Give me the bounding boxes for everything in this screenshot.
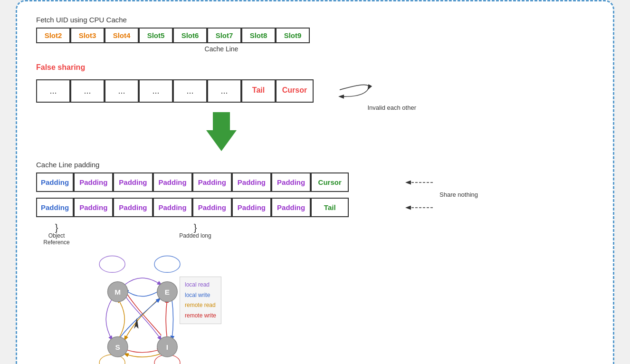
right-section: M E S I local read local write xyxy=(36,246,236,364)
dots6: ... xyxy=(207,79,241,103)
padding-7: Padding xyxy=(74,198,113,217)
fetch-title: Fetch UID using CPU Cache xyxy=(36,16,407,24)
svg-point-6 xyxy=(99,256,125,273)
padding-9: Padding xyxy=(153,198,192,217)
padding-12: Padding xyxy=(271,198,311,217)
share-nothing-arrow-1 xyxy=(404,175,442,190)
fetch-section: Fetch UID using CPU Cache Slot2 Slot3 Sl… xyxy=(36,16,407,53)
slot4: Slot4 xyxy=(105,28,139,43)
main-container: Fetch UID using CPU Cache Slot2 Slot3 Sl… xyxy=(16,0,614,364)
left-section: Fetch UID using CPU Cache Slot2 Slot3 Sl… xyxy=(36,16,407,246)
padding-11: Padding xyxy=(232,198,271,217)
cache-line-label: Cache Line xyxy=(36,45,407,53)
padded-long-label: Padded long xyxy=(179,232,211,239)
padding-blue-2: Padding xyxy=(36,198,74,217)
object-reference-label: Object Reference xyxy=(36,232,77,246)
legend-local-read: local read xyxy=(185,280,216,290)
cursor-cell-green: Cursor xyxy=(311,172,349,192)
dots5: ... xyxy=(173,79,207,103)
slot3: Slot3 xyxy=(70,28,105,43)
svg-text:M: M xyxy=(115,288,121,296)
share-nothing-label: Share nothing xyxy=(439,191,478,198)
svg-text:S: S xyxy=(115,343,120,351)
padding-3: Padding xyxy=(153,172,192,192)
mesi-diagram: M E S I local read local write xyxy=(60,250,221,364)
padding-8: Padding xyxy=(113,198,153,217)
padding-5: Padding xyxy=(232,172,271,192)
dots3: ... xyxy=(105,79,139,103)
cache-line-padding-title: Cache Line padding xyxy=(36,161,407,169)
slot7: Slot7 xyxy=(207,28,241,43)
padding-4: Padding xyxy=(192,172,232,192)
false-sharing-section: False sharing ... ... ... ... ... ... Ta… xyxy=(36,63,407,103)
svg-text:E: E xyxy=(165,288,170,296)
svg-text:I: I xyxy=(166,343,168,351)
dots1: ... xyxy=(36,79,70,103)
padding-10: Padding xyxy=(192,198,232,217)
false-sharing-row: ... ... ... ... ... ... Tail Cursor xyxy=(36,79,407,103)
padding-section: Cache Line padding Padding Padding Paddi… xyxy=(36,161,407,246)
tail-cell: Tail xyxy=(241,79,276,103)
padding-1: Padding xyxy=(74,172,113,192)
padding-blue-1: Padding xyxy=(36,172,74,192)
tail-cell-green: Tail xyxy=(311,198,349,217)
slot5: Slot5 xyxy=(139,28,173,43)
legend-remote-read: remote read xyxy=(185,300,216,311)
cursor-cell-red: Cursor xyxy=(276,79,314,103)
slot6: Slot6 xyxy=(173,28,207,43)
invalid-label: Invalid each other xyxy=(367,104,416,111)
mesi-legend: local read local write remote read remot… xyxy=(180,277,221,324)
slot8: Slot8 xyxy=(241,28,276,43)
share-nothing-arrow-2 xyxy=(404,201,442,215)
down-arrow xyxy=(36,112,407,151)
cache-line-row: Slot2 Slot3 Slot4 Slot5 Slot6 Slot7 Slot… xyxy=(36,28,407,43)
padding-row-2: Padding Padding Padding Padding Padding … xyxy=(36,198,407,217)
false-sharing-title: False sharing xyxy=(36,63,407,72)
legend-remote-write: remote write xyxy=(185,311,216,321)
padding-6: Padding xyxy=(271,172,311,192)
dots2: ... xyxy=(70,79,105,103)
dots4: ... xyxy=(139,79,173,103)
svg-point-7 xyxy=(154,256,180,273)
padding-2: Padding xyxy=(113,172,153,192)
slot9: Slot9 xyxy=(276,28,310,43)
slot2: Slot2 xyxy=(36,28,70,43)
padding-row-1: Padding Padding Padding Padding Padding … xyxy=(36,172,349,192)
legend-local-write: local write xyxy=(185,290,216,301)
mesi-container: M E S I local read local write xyxy=(46,246,236,364)
